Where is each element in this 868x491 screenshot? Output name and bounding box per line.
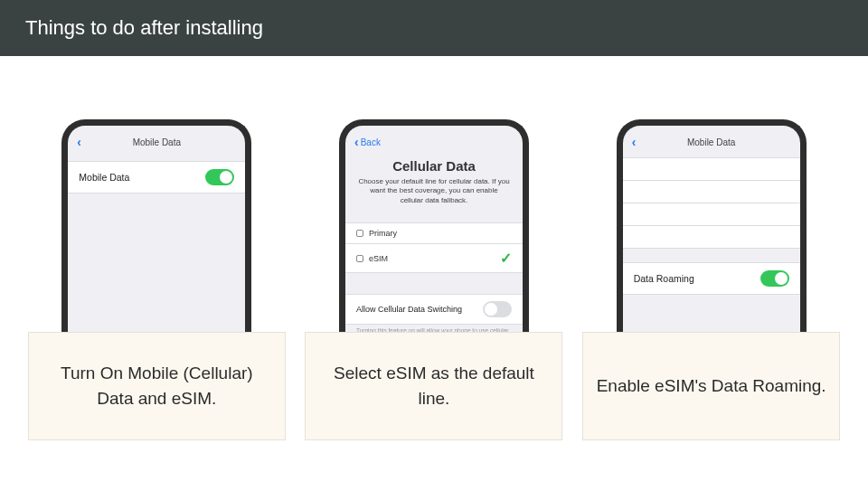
data-roaming-toggle[interactable] [760,270,789,287]
data-switching-label: Allow Cellular Data Switching [356,305,462,314]
option-esim-label: eSIM [369,254,388,263]
caption-1: Turn On Mobile (Cellular) Data and eSIM. [28,332,286,440]
mobile-data-label: Mobile Data [79,172,129,183]
card-row: ‹ Mobile Data Mobile Data Turn On Mobile… [0,56,868,440]
checkmark-icon: ✓ [500,250,512,267]
step-card-1: ‹ Mobile Data Mobile Data Turn On Mobile… [28,119,286,440]
data-switching-toggle[interactable] [483,301,512,317]
page-header: Things to do after installing [0,0,868,56]
back-chevron-icon[interactable]: ‹ [354,135,359,149]
table-row[interactable] [623,203,800,226]
table-row[interactable] [623,225,800,249]
option-primary-row[interactable]: Primary [345,222,523,244]
mobile-data-row[interactable]: Mobile Data [68,161,245,194]
step-card-2: ‹ Back Cellular Data Choose your default… [305,119,562,440]
sim-badge-icon [356,230,363,237]
nav-title: Mobile Data [623,137,800,147]
step-card-3: ‹ Mobile Data Data Roaming Enab [582,119,840,440]
switching-footnote: Turning this feature on will allow your … [345,325,523,332]
back-label[interactable]: Back [361,137,381,147]
caption-3: Enable eSIM's Data Roaming. [582,332,840,440]
caption-1-text: Turn On Mobile (Cellular) Data and eSIM. [42,361,272,411]
data-roaming-label: Data Roaming [634,273,694,284]
mobile-data-toggle[interactable] [205,169,234,185]
back-chevron-icon[interactable]: ‹ [632,135,637,149]
phone-mock-3: ‹ Mobile Data Data Roaming [617,119,807,332]
nav-bar: ‹ Back [345,126,523,155]
nav-bar: ‹ Mobile Data [623,126,800,155]
table-row[interactable] [623,157,800,181]
nav-title: Mobile Data [68,137,245,147]
cellular-subtext: Choose your default line for cellular da… [345,174,523,205]
back-chevron-icon[interactable]: ‹ [77,135,81,149]
option-esim-row[interactable]: eSIM ✓ [345,243,523,273]
phone-mock-2: ‹ Back Cellular Data Choose your default… [339,119,529,332]
nav-bar: ‹ Mobile Data [68,126,245,155]
caption-2-text: Select eSIM as the default line. [318,361,549,411]
data-roaming-row[interactable]: Data Roaming [623,262,800,295]
caption-2: Select eSIM as the default line. [305,332,562,440]
caption-3-text: Enable eSIM's Data Roaming. [597,373,826,399]
cellular-heading: Cellular Data [345,158,523,174]
option-primary-label: Primary [369,229,397,238]
table-row[interactable] [623,180,800,203]
page-title: Things to do after installing [25,16,263,39]
sim-badge-icon [356,255,363,262]
data-switching-row[interactable]: Allow Cellular Data Switching [345,294,523,325]
phone-mock-1: ‹ Mobile Data Mobile Data [61,119,251,332]
